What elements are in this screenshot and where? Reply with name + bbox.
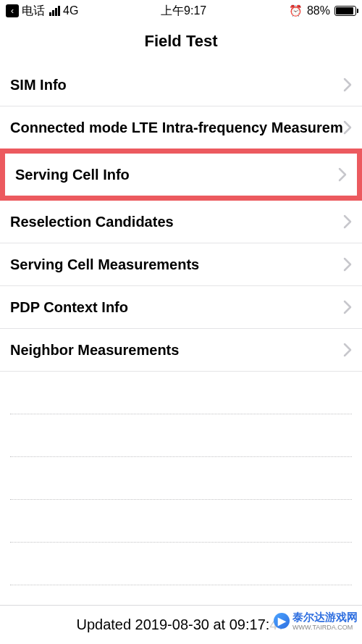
watermark-subtext: WWW.TAIRDA.COM [292,624,358,631]
footer-updated-text: Updated 2019-08-30 at 09:17:47 [76,616,285,633]
menu-list: SIM Info Connected mode LTE Intra-freque… [0,64,362,585]
chevron-right-icon [343,343,352,357]
menu-item-label: Neighbor Measurements [10,342,179,359]
empty-row [10,372,352,414]
highlighted-menu-item: Serving Cell Info [0,149,362,201]
watermark-play-icon: ▶ [274,613,290,629]
menu-item-label: PDP Context Info [10,299,128,316]
chevron-right-icon [343,78,352,92]
empty-row [10,500,352,543]
menu-item-label: Serving Cell Measurements [10,256,199,273]
menu-item-label: Reselection Candidates [10,214,174,230]
signal-strength-icon [49,6,60,16]
watermark-text: 泰尔达游戏网 [292,611,358,623]
menu-item-connected-mode[interactable]: Connected mode LTE Intra-frequency Measu… [0,106,362,149]
menu-item-neighbor-measurements[interactable]: Neighbor Measurements [0,329,362,372]
chevron-right-icon [343,120,352,135]
empty-row [10,457,352,500]
menu-item-pdp-context-info[interactable]: PDP Context Info [0,286,362,329]
chevron-right-icon [343,257,352,272]
menu-item-label: SIM Info [10,77,67,93]
page-title: Field Test [0,22,362,64]
menu-item-sim-info[interactable]: SIM Info [0,64,362,106]
watermark: ▶ 泰尔达游戏网 WWW.TAIRDA.COM [269,608,362,634]
battery-percent-label: 88% [307,4,330,17]
menu-item-label: Connected mode LTE Intra-frequency Measu… [10,120,343,136]
menu-item-reselection-candidates[interactable]: Reselection Candidates [0,201,362,243]
alarm-icon: ⏰ [289,4,303,17]
menu-item-serving-cell-measurements[interactable]: Serving Cell Measurements [0,243,362,286]
carrier-label: 电话 [22,4,45,19]
back-to-app-icon[interactable]: ‹ [6,4,19,17]
status-time: 上午9:17 [161,4,206,19]
status-bar: ‹ 电话 4G 上午9:17 ⏰ 88% [0,0,362,22]
empty-row [10,543,352,585]
chevron-right-icon [343,214,352,229]
chevron-right-icon [343,300,352,314]
battery-icon [334,6,356,16]
menu-item-serving-cell-info[interactable]: Serving Cell Info [5,154,357,196]
status-left: ‹ 电话 4G [6,4,78,19]
status-right: ⏰ 88% [289,4,356,17]
network-type-label: 4G [63,4,78,17]
menu-item-label: Serving Cell Info [15,167,130,183]
chevron-right-icon [338,167,347,182]
empty-row [10,414,352,457]
